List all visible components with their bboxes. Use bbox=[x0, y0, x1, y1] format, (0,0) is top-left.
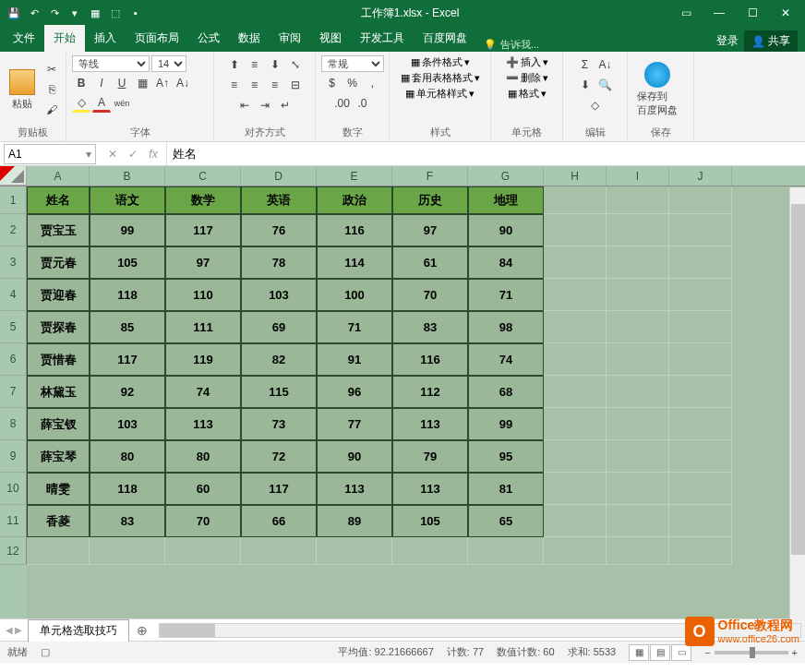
cell-H1[interactable] bbox=[544, 186, 607, 214]
cell-C10[interactable]: 60 bbox=[165, 473, 241, 505]
close-icon[interactable]: ✕ bbox=[770, 2, 801, 24]
cell-C7[interactable]: 74 bbox=[165, 376, 241, 408]
fontsize-select[interactable]: 14 bbox=[151, 55, 186, 72]
row-header-5[interactable]: 5 bbox=[0, 311, 27, 343]
sheet-nav-first-icon[interactable]: ◀ bbox=[6, 625, 13, 635]
cell-I2[interactable] bbox=[607, 214, 669, 246]
cell-J6[interactable] bbox=[669, 343, 732, 376]
cell-G6[interactable]: 74 bbox=[468, 343, 544, 376]
cell-H7[interactable] bbox=[544, 376, 607, 408]
align-left-icon[interactable]: ≡ bbox=[225, 76, 244, 94]
cell-I7[interactable] bbox=[607, 376, 669, 408]
cell-B3[interactable]: 105 bbox=[90, 246, 165, 279]
cell-J3[interactable] bbox=[669, 246, 732, 279]
sort-filter-icon[interactable]: A↓ bbox=[596, 55, 615, 74]
row-header-8[interactable]: 8 bbox=[0, 408, 27, 440]
cell-E8[interactable]: 77 bbox=[317, 408, 392, 440]
cell-F11[interactable]: 105 bbox=[392, 505, 468, 537]
cell-E2[interactable]: 116 bbox=[317, 214, 392, 246]
cell-F9[interactable]: 79 bbox=[392, 440, 468, 473]
row-header-11[interactable]: 11 bbox=[0, 505, 27, 537]
sheet-tab-active[interactable]: 单元格选取技巧 bbox=[28, 619, 129, 642]
cell-J4[interactable] bbox=[669, 279, 732, 311]
row-header-3[interactable]: 3 bbox=[0, 246, 27, 279]
cell-B10[interactable]: 118 bbox=[90, 473, 165, 505]
tab-home[interactable]: 开始 bbox=[44, 25, 85, 52]
cell-D8[interactable]: 73 bbox=[241, 408, 317, 440]
save-cloud-button[interactable]: 保存到百度网盘 bbox=[633, 60, 681, 119]
cell-B5[interactable]: 85 bbox=[90, 311, 165, 343]
cell-D10[interactable]: 117 bbox=[241, 473, 317, 505]
fill-color-button[interactable]: ◇ bbox=[72, 94, 90, 113]
cell-F2[interactable]: 97 bbox=[392, 214, 468, 246]
cell-D7[interactable]: 115 bbox=[241, 376, 317, 408]
cell-G9[interactable]: 95 bbox=[468, 440, 544, 473]
cell-F8[interactable]: 113 bbox=[392, 408, 468, 440]
hscroll-thumb[interactable] bbox=[160, 624, 215, 637]
cell-A4[interactable]: 贾迎春 bbox=[27, 279, 90, 311]
wrap-text-button[interactable]: ↵ bbox=[276, 96, 294, 114]
cell-B2[interactable]: 99 bbox=[90, 214, 165, 246]
cell-H11[interactable] bbox=[544, 505, 607, 537]
cell-B1[interactable]: 语文 bbox=[90, 186, 165, 214]
cell-H6[interactable] bbox=[544, 343, 607, 376]
cell-I4[interactable] bbox=[607, 279, 669, 311]
copy-icon[interactable]: ⎘ bbox=[42, 80, 61, 99]
cell-C5[interactable]: 111 bbox=[165, 311, 241, 343]
cell-D1[interactable]: 英语 bbox=[241, 186, 317, 214]
view-break-icon[interactable]: ▭ bbox=[671, 644, 691, 661]
cell-E9[interactable]: 90 bbox=[317, 440, 392, 473]
share-button[interactable]: 👤 共享 bbox=[744, 30, 798, 52]
zoom-slider[interactable] bbox=[715, 651, 788, 654]
cell-D5[interactable]: 69 bbox=[241, 311, 317, 343]
cell-H8[interactable] bbox=[544, 408, 607, 440]
cell-C1[interactable]: 数学 bbox=[165, 186, 241, 214]
indent-inc-icon[interactable]: ⇥ bbox=[256, 96, 274, 114]
align-middle-icon[interactable]: ≡ bbox=[246, 55, 264, 74]
align-bottom-icon[interactable]: ⬇ bbox=[266, 55, 284, 74]
cell-E11[interactable]: 89 bbox=[317, 505, 392, 537]
cell-D2[interactable]: 76 bbox=[241, 214, 317, 246]
col-header-F[interactable]: F bbox=[392, 166, 468, 186]
cut-icon[interactable]: ✂ bbox=[42, 60, 61, 78]
tab-file[interactable]: 文件 bbox=[4, 25, 44, 52]
cell-G4[interactable]: 71 bbox=[468, 279, 544, 311]
cell-C8[interactable]: 113 bbox=[165, 408, 241, 440]
row-header-12[interactable]: 12 bbox=[0, 537, 27, 565]
cell-A8[interactable]: 薛宝钗 bbox=[27, 408, 90, 440]
save-icon[interactable]: 💾 bbox=[6, 5, 22, 21]
cell-J8[interactable] bbox=[669, 408, 732, 440]
cell-A12[interactable] bbox=[27, 537, 90, 565]
row-header-4[interactable]: 4 bbox=[0, 279, 27, 311]
tab-layout[interactable]: 页面布局 bbox=[126, 25, 188, 52]
cell-I10[interactable] bbox=[607, 473, 669, 505]
redo-icon[interactable]: ↷ bbox=[46, 5, 63, 21]
tab-view[interactable]: 视图 bbox=[310, 25, 351, 52]
cells-grid[interactable]: 姓名语文数学英语政治历史地理贾宝玉99117761169790贾元春105977… bbox=[27, 186, 805, 618]
col-header-B[interactable]: B bbox=[90, 166, 165, 186]
zoom-in-icon[interactable]: + bbox=[792, 647, 798, 658]
cell-E3[interactable]: 114 bbox=[317, 246, 392, 279]
cell-G8[interactable]: 99 bbox=[468, 408, 544, 440]
number-format-select[interactable]: 常规 bbox=[321, 55, 384, 72]
zoom-out-icon[interactable]: − bbox=[704, 647, 710, 658]
cell-A11[interactable]: 香菱 bbox=[27, 505, 90, 537]
row-header-6[interactable]: 6 bbox=[0, 343, 27, 376]
cell-D3[interactable]: 78 bbox=[241, 246, 317, 279]
cell-I3[interactable] bbox=[607, 246, 669, 279]
tab-insert[interactable]: 插入 bbox=[85, 25, 126, 52]
cell-F6[interactable]: 116 bbox=[392, 343, 468, 376]
cell-styles-button[interactable]: ▦ 单元格样式 ▾ bbox=[405, 87, 475, 101]
view-layout-icon[interactable]: ▤ bbox=[650, 644, 670, 661]
cell-I11[interactable] bbox=[607, 505, 669, 537]
tab-developer[interactable]: 开发工具 bbox=[351, 25, 414, 52]
cell-C2[interactable]: 117 bbox=[165, 214, 241, 246]
cell-I12[interactable] bbox=[607, 537, 669, 565]
cell-G1[interactable]: 地理 bbox=[468, 186, 544, 214]
tab-formulas[interactable]: 公式 bbox=[188, 25, 229, 52]
percent-icon[interactable]: % bbox=[343, 74, 362, 92]
border-button[interactable]: ▦ bbox=[133, 74, 151, 92]
conditional-format-button[interactable]: ▦ 条件格式 ▾ bbox=[411, 55, 470, 69]
formula-input[interactable]: 姓名 bbox=[166, 142, 805, 165]
cell-A1[interactable]: 姓名 bbox=[27, 186, 90, 214]
